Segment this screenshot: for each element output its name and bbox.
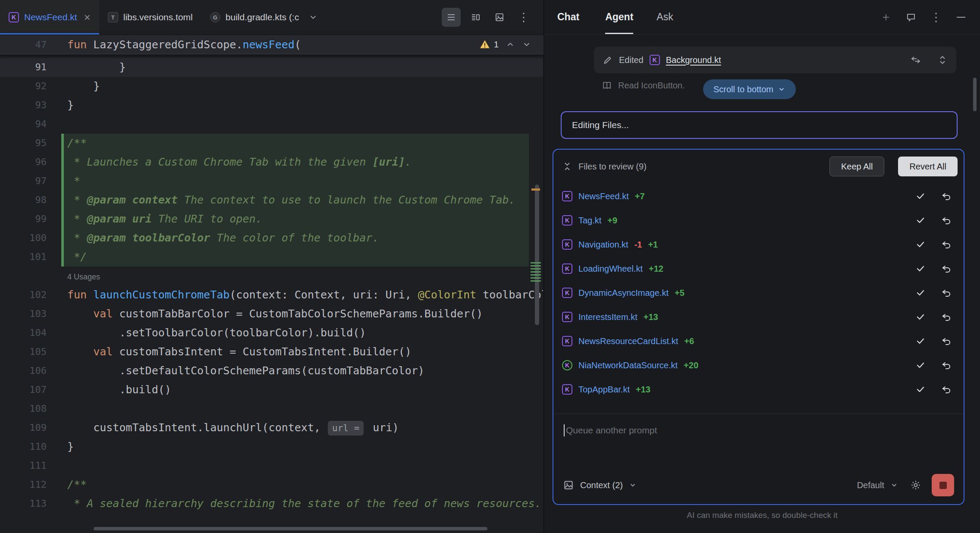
plus-icon[interactable] xyxy=(880,11,892,23)
lines-added-count: +7 xyxy=(635,191,645,201)
read-file-label: Read IconButton. xyxy=(618,81,685,91)
image-preview-icon[interactable] xyxy=(490,8,509,27)
close-tab-icon[interactable]: × xyxy=(84,12,91,23)
tab-label: build.gradle.kts (:c xyxy=(226,12,299,22)
usages-inlay-hint[interactable]: 4 Usages xyxy=(67,273,100,281)
line-number: 111 xyxy=(0,456,47,475)
keep-file-check-icon[interactable] xyxy=(915,263,926,274)
editing-files-status: Editing Files... xyxy=(561,111,958,139)
next-change-icon[interactable] xyxy=(522,40,531,49)
tab-libs-versions-toml[interactable]: T libs.versions.toml xyxy=(99,0,201,34)
expand-row-icon[interactable] xyxy=(937,55,948,65)
tab-label: libs.versions.toml xyxy=(123,12,193,22)
revert-all-button[interactable]: Revert All xyxy=(898,157,958,176)
line-number: 105 xyxy=(0,342,47,361)
list-icon[interactable] xyxy=(442,8,461,27)
keep-file-check-icon[interactable] xyxy=(915,336,926,346)
file-name-link[interactable]: DynamicAsyncImage.kt xyxy=(578,288,669,298)
file-review-row[interactable]: KTopAppBar.kt+13 xyxy=(553,377,964,401)
keep-all-button[interactable]: Keep All xyxy=(829,157,884,176)
model-dropdown[interactable]: Default xyxy=(857,480,884,490)
file-review-row[interactable]: KTag.kt+9 xyxy=(553,208,964,232)
keep-file-check-icon[interactable] xyxy=(915,191,926,201)
file-review-row[interactable]: KNewsResourceCardList.kt+6 xyxy=(553,329,964,353)
revert-file-undo-icon[interactable] xyxy=(941,263,952,274)
warning-icon[interactable]: 1 xyxy=(479,39,499,50)
warning-count: 1 xyxy=(494,40,499,50)
code-line: 95/** xyxy=(0,134,543,153)
tab-agent[interactable]: Agent xyxy=(605,0,633,34)
file-review-row[interactable]: KNiaNetworkDataSource.kt+20 xyxy=(553,353,964,377)
line-number: 109 xyxy=(0,418,47,437)
collapse-all-icon[interactable] xyxy=(562,161,572,172)
keep-file-check-icon[interactable] xyxy=(915,384,926,395)
vertical-scrollbar[interactable] xyxy=(535,185,539,325)
more-options-kebab[interactable]: ⋮ xyxy=(514,8,533,27)
context-chevron-icon[interactable] xyxy=(629,481,637,489)
tab-build-gradle-kts[interactable]: G build.gradle.kts (:c xyxy=(201,0,308,34)
settings-gear-icon[interactable] xyxy=(910,480,921,491)
comment-icon[interactable] xyxy=(905,11,917,23)
keep-file-check-icon[interactable] xyxy=(915,312,926,322)
kotlin-file-icon: K xyxy=(562,384,572,395)
file-review-row[interactable]: KInterestsItem.kt+13 xyxy=(553,305,964,329)
revert-file-undo-icon[interactable] xyxy=(941,191,952,201)
keep-file-check-icon[interactable] xyxy=(915,288,926,298)
prompt-placeholder: Queue another prompt xyxy=(566,425,657,436)
show-diff-icon[interactable] xyxy=(911,55,921,65)
line-number: 98 xyxy=(0,191,47,210)
tab-ask[interactable]: Ask xyxy=(656,0,673,34)
revert-file-undo-icon[interactable] xyxy=(941,312,952,322)
file-name-link[interactable]: Tag.kt xyxy=(578,216,601,226)
keep-file-check-icon[interactable] xyxy=(915,239,926,250)
tab-newsfeed-kt[interactable]: K NewsFeed.kt × xyxy=(0,0,99,34)
code-line: 109 customTabsIntent.launchUrl(context, … xyxy=(0,418,543,437)
file-name-link[interactable]: NewsResourceCardList.kt xyxy=(578,336,678,346)
line-number: 108 xyxy=(0,399,47,418)
line-number: 104 xyxy=(0,323,47,342)
horizontal-scrollbar[interactable] xyxy=(94,527,487,530)
file-review-row[interactable]: KLoadingWheel.kt+12 xyxy=(553,257,964,281)
revert-file-undo-icon[interactable] xyxy=(941,336,952,346)
chat-scrollbar[interactable] xyxy=(973,78,977,111)
context-dropdown[interactable]: Context (2) xyxy=(580,480,623,490)
add-context-image-icon[interactable] xyxy=(563,480,574,491)
split-editor-icon[interactable] xyxy=(466,8,485,27)
stop-button[interactable] xyxy=(932,474,954,496)
file-name-link[interactable]: LoadingWheel.kt xyxy=(578,264,643,274)
file-review-row[interactable]: KDynamicAsyncImage.kt+5 xyxy=(553,281,964,305)
prompt-input[interactable]: Queue another prompt xyxy=(553,414,964,474)
file-name-link[interactable]: InterestsItem.kt xyxy=(578,312,638,322)
line-number: 112 xyxy=(0,475,47,494)
model-chevron-icon[interactable] xyxy=(890,481,898,489)
line-number: 93 xyxy=(0,96,47,115)
line-number: 95 xyxy=(0,134,47,153)
code-area[interactable]: 91 }92 }93}9495/**96 * Launches a Custom… xyxy=(0,54,543,513)
edited-file-link[interactable]: Background.kt xyxy=(666,55,721,65)
previous-change-icon[interactable] xyxy=(506,40,515,49)
kotlin-file-icon: K xyxy=(562,215,572,226)
revert-file-undo-icon[interactable] xyxy=(941,288,952,298)
file-name-link[interactable]: NiaNetworkDataSource.kt xyxy=(578,361,678,370)
file-name-link[interactable]: NewsFeed.kt xyxy=(578,191,629,201)
text-caret xyxy=(564,424,565,436)
code-line: 92 } xyxy=(0,77,543,96)
revert-file-undo-icon[interactable] xyxy=(941,239,952,250)
scroll-to-bottom-button[interactable]: Scroll to bottom xyxy=(703,79,796,99)
edited-file-row[interactable]: Edited K Background.kt xyxy=(594,47,956,73)
revert-file-undo-icon[interactable] xyxy=(941,360,952,370)
kotlin-file-icon: K xyxy=(562,288,572,298)
file-review-row[interactable]: KNavigation.kt-1+1 xyxy=(553,232,964,257)
revert-file-undo-icon[interactable] xyxy=(941,215,952,226)
minimize-icon[interactable] xyxy=(955,11,967,23)
revert-file-undo-icon[interactable] xyxy=(941,384,952,395)
read-file-row[interactable]: Read IconButton. xyxy=(602,80,685,91)
code-line: 103 val customTabBarColor = CustomTabCol… xyxy=(0,304,543,323)
keep-file-check-icon[interactable] xyxy=(915,360,926,370)
kebab-icon[interactable]: ⋮ xyxy=(930,11,942,23)
file-review-row[interactable]: KNewsFeed.kt+7 xyxy=(553,184,964,208)
file-name-link[interactable]: TopAppBar.kt xyxy=(578,385,630,395)
review-title: Files to review (9) xyxy=(578,162,647,172)
keep-file-check-icon[interactable] xyxy=(915,215,926,226)
file-name-link[interactable]: Navigation.kt xyxy=(578,240,628,250)
